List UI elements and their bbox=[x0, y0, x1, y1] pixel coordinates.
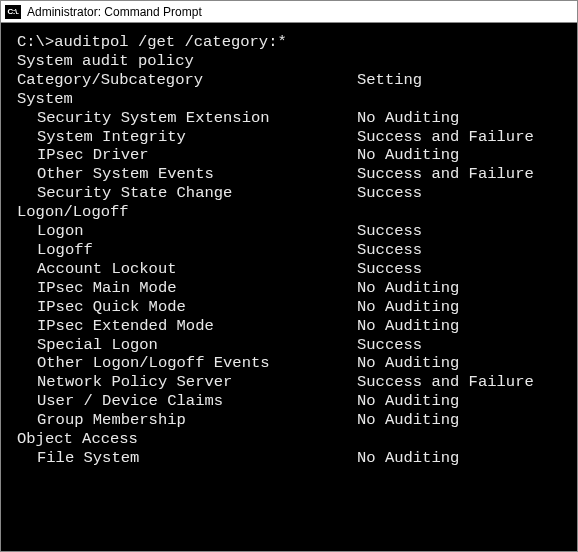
output-left: System audit policy bbox=[17, 52, 357, 71]
output-line: Network Policy ServerSuccess and Failure bbox=[17, 373, 561, 392]
output-right: Success bbox=[357, 222, 561, 241]
output-right: No Auditing bbox=[357, 317, 561, 336]
output-right: No Auditing bbox=[357, 146, 561, 165]
output-line: Category/SubcategorySetting bbox=[17, 71, 561, 90]
output-right: Success bbox=[357, 336, 561, 355]
output-right: No Auditing bbox=[357, 411, 561, 430]
output-line: Group MembershipNo Auditing bbox=[17, 411, 561, 430]
output-line: Logon/Logoff bbox=[17, 203, 561, 222]
output-right: Success and Failure bbox=[357, 165, 561, 184]
output-right: Success and Failure bbox=[357, 373, 561, 392]
output-line: C:\>auditpol /get /category:* bbox=[17, 33, 561, 52]
output-line: Account LockoutSuccess bbox=[17, 260, 561, 279]
output-left: IPsec Main Mode bbox=[17, 279, 357, 298]
output-right: No Auditing bbox=[357, 279, 561, 298]
output-right: Success bbox=[357, 184, 561, 203]
output-line: Other Logon/Logoff EventsNo Auditing bbox=[17, 354, 561, 373]
output-left: Group Membership bbox=[17, 411, 357, 430]
output-left: User / Device Claims bbox=[17, 392, 357, 411]
output-line: Security State ChangeSuccess bbox=[17, 184, 561, 203]
output-line: System IntegritySuccess and Failure bbox=[17, 128, 561, 147]
output-line: System bbox=[17, 90, 561, 109]
terminal-output[interactable]: C:\>auditpol /get /category:*System audi… bbox=[1, 23, 577, 551]
output-left: IPsec Extended Mode bbox=[17, 317, 357, 336]
output-line: LogoffSuccess bbox=[17, 241, 561, 260]
output-right: No Auditing bbox=[357, 298, 561, 317]
output-right: Success bbox=[357, 241, 561, 260]
output-left: Security System Extension bbox=[17, 109, 357, 128]
cmd-icon: C:\. bbox=[5, 5, 21, 19]
output-line: Special LogonSuccess bbox=[17, 336, 561, 355]
output-right: No Auditing bbox=[357, 109, 561, 128]
output-line: File SystemNo Auditing bbox=[17, 449, 561, 468]
output-line: IPsec Extended ModeNo Auditing bbox=[17, 317, 561, 336]
output-left: Other System Events bbox=[17, 165, 357, 184]
output-line: Object Access bbox=[17, 430, 561, 449]
output-left: Network Policy Server bbox=[17, 373, 357, 392]
output-left: Logoff bbox=[17, 241, 357, 260]
output-line: System audit policy bbox=[17, 52, 561, 71]
output-left: System Integrity bbox=[17, 128, 357, 147]
output-right: Success bbox=[357, 260, 561, 279]
output-left: Special Logon bbox=[17, 336, 357, 355]
output-left: Object Access bbox=[17, 430, 357, 449]
output-line: IPsec Main ModeNo Auditing bbox=[17, 279, 561, 298]
output-right: No Auditing bbox=[357, 392, 561, 411]
output-left: Category/Subcategory bbox=[17, 71, 357, 90]
output-right: Setting bbox=[357, 71, 561, 90]
output-left: Security State Change bbox=[17, 184, 357, 203]
output-left: Logon/Logoff bbox=[17, 203, 357, 222]
output-line: IPsec DriverNo Auditing bbox=[17, 146, 561, 165]
output-right: No Auditing bbox=[357, 449, 561, 468]
output-line: Other System EventsSuccess and Failure bbox=[17, 165, 561, 184]
window-title: Administrator: Command Prompt bbox=[27, 5, 202, 19]
output-right: Success and Failure bbox=[357, 128, 561, 147]
output-left: Logon bbox=[17, 222, 357, 241]
output-left: File System bbox=[17, 449, 357, 468]
output-left: System bbox=[17, 90, 357, 109]
output-left: C:\>auditpol /get /category:* bbox=[17, 33, 357, 52]
output-left: Other Logon/Logoff Events bbox=[17, 354, 357, 373]
output-line: User / Device ClaimsNo Auditing bbox=[17, 392, 561, 411]
output-line: LogonSuccess bbox=[17, 222, 561, 241]
output-left: Account Lockout bbox=[17, 260, 357, 279]
output-line: IPsec Quick ModeNo Auditing bbox=[17, 298, 561, 317]
titlebar[interactable]: C:\. Administrator: Command Prompt bbox=[1, 1, 577, 23]
output-left: IPsec Driver bbox=[17, 146, 357, 165]
output-right: No Auditing bbox=[357, 354, 561, 373]
output-left: IPsec Quick Mode bbox=[17, 298, 357, 317]
output-line: Security System ExtensionNo Auditing bbox=[17, 109, 561, 128]
command-prompt-window: C:\. Administrator: Command Prompt C:\>a… bbox=[0, 0, 578, 552]
